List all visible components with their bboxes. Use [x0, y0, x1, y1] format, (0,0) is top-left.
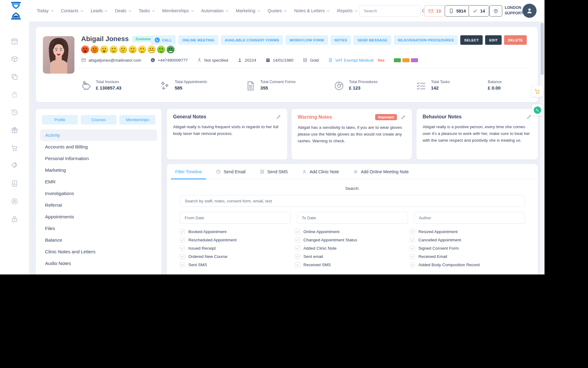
checkbox-checked-icon[interactable]: [295, 254, 300, 259]
call-button[interactable]: CALL: [151, 35, 176, 45]
satisfaction-emoji[interactable]: [110, 45, 118, 53]
panel-menu-item[interactable]: Clinic Notes and Letters: [40, 246, 157, 258]
timeline-search-input[interactable]: [180, 195, 525, 207]
tab-filter-timeline[interactable]: Filter Timeline: [175, 164, 202, 179]
tab-send-sms[interactable]: Send SMS: [260, 164, 288, 179]
panel-menu-item[interactable]: Personal Information: [40, 153, 157, 164]
panel-menu-item[interactable]: Activity: [40, 129, 157, 141]
nav-item[interactable]: Today: [37, 8, 53, 13]
filter-checkbox-item[interactable]: Added Body Composition Record: [410, 262, 525, 267]
help-button[interactable]: [489, 5, 502, 17]
checkbox-checked-icon[interactable]: [180, 237, 185, 243]
checkbox-checked-icon[interactable]: [410, 254, 415, 259]
satisfaction-emoji[interactable]: [91, 45, 99, 53]
panel-menu-item[interactable]: Audio Notes: [40, 258, 157, 269]
checkbox-checked-icon[interactable]: [180, 254, 185, 259]
filter-checkbox-item[interactable]: Online Appointment: [295, 229, 410, 234]
profile-action-button[interactable]: WORKFLOW FORM: [285, 35, 328, 45]
profile-action-button[interactable]: NOTES: [330, 35, 351, 45]
report-chart-icon[interactable]: [11, 180, 18, 187]
edit-pencil-icon[interactable]: [401, 115, 406, 120]
panel-menu-item[interactable]: Investigations: [40, 188, 157, 199]
satisfaction-emoji[interactable]: [81, 45, 89, 53]
panel-menu-item[interactable]: Referral: [40, 199, 157, 211]
user-avatar[interactable]: [522, 4, 537, 18]
nav-item[interactable]: Tasks: [139, 8, 155, 13]
checkbox-checked-icon[interactable]: [295, 262, 300, 267]
account-sync-icon[interactable]: [11, 197, 18, 205]
history-icon[interactable]: [11, 109, 18, 116]
nav-item[interactable]: Reports: [337, 8, 357, 13]
satisfaction-emoji[interactable]: [157, 45, 165, 53]
filter-checkbox-item[interactable]: Changed Appointment Status: [295, 237, 410, 243]
to-date-input[interactable]: [297, 212, 408, 224]
hourglass-logo[interactable]: [9, 2, 23, 20]
filter-checkbox-item[interactable]: Ordered New Course: [180, 254, 295, 259]
checkbox-checked-icon[interactable]: [180, 229, 185, 234]
checkbox-checked-icon[interactable]: [410, 262, 415, 267]
checkbox-checked-icon[interactable]: [295, 246, 300, 251]
lock-icon[interactable]: [11, 215, 18, 223]
from-date-input[interactable]: [180, 212, 291, 224]
label-pill[interactable]: [394, 58, 401, 62]
nav-item[interactable]: Quotes: [268, 8, 287, 13]
checkbox-checked-icon[interactable]: [180, 246, 185, 251]
satisfaction-emoji[interactable]: [100, 45, 108, 53]
edit-pencil-icon[interactable]: [526, 114, 532, 120]
profile-action-button[interactable]: SEND MESSAGE: [353, 35, 391, 45]
quick-call-button[interactable]: [532, 104, 543, 116]
filter-checkbox-item[interactable]: Resized Appointment: [410, 229, 525, 234]
filter-checkbox-item[interactable]: Cancelled Appointment: [410, 237, 525, 243]
checkbox-checked-icon[interactable]: [180, 262, 185, 267]
filter-checkbox-item[interactable]: Booked Appointment: [180, 229, 295, 234]
nav-item[interactable]: Marketing: [236, 8, 260, 13]
filter-checkbox-item[interactable]: Sent email: [295, 254, 410, 259]
filter-checkbox-item[interactable]: Received Email: [410, 254, 525, 259]
satisfaction-emoji[interactable]: [129, 45, 137, 53]
panel-menu-item[interactable]: Accounts and Billing: [40, 141, 157, 153]
satisfaction-emoji[interactable]: [119, 45, 127, 53]
search-input[interactable]: [360, 9, 421, 13]
panel-tab[interactable]: Memberships: [119, 115, 155, 125]
calendar-icon[interactable]: 12: [11, 37, 18, 45]
nav-item[interactable]: Memberships: [162, 8, 194, 13]
checkbox-checked-icon[interactable]: [410, 246, 415, 251]
vat-exempt-status[interactable]: VAT Exempt Medical:Yes: [328, 58, 385, 63]
client-email[interactable]: abigailjones@mailinator.com: [81, 58, 141, 63]
select-button[interactable]: SELECT: [460, 35, 483, 45]
panel-menu-item[interactable]: EMR: [40, 176, 157, 188]
shopping-bag-icon[interactable]: [11, 91, 18, 98]
panel-menu-item[interactable]: Files: [40, 223, 157, 234]
profile-action-button[interactable]: ONLINE MEETING: [178, 35, 218, 45]
filter-checkbox-item[interactable]: Rescheduled Appointment: [180, 237, 295, 243]
nav-item[interactable]: Deals: [115, 8, 131, 13]
nav-item[interactable]: Notes & Letters: [294, 8, 329, 13]
tab-add-clinic-note[interactable]: Add Clinic Note: [302, 164, 339, 179]
client-phone[interactable]: +447490009777: [150, 58, 188, 63]
panel-tab[interactable]: Courses: [81, 115, 117, 125]
panel-menu-item[interactable]: Marketing: [40, 164, 157, 176]
gift-icon[interactable]: [11, 126, 18, 134]
satisfaction-emoji[interactable]: [138, 45, 146, 53]
checkbox-checked-icon[interactable]: [410, 229, 415, 234]
profile-action-button[interactable]: REJUVENATION PROCEDURES: [394, 35, 458, 45]
checkbox-checked-icon[interactable]: [295, 237, 300, 243]
satisfaction-emoji[interactable]: [167, 45, 175, 53]
tasks-badge[interactable]: 14: [469, 5, 489, 17]
nav-item[interactable]: Automation: [201, 8, 228, 13]
author-input[interactable]: [414, 212, 525, 224]
panel-menu-item[interactable]: Appointments: [40, 211, 157, 223]
checkbox-checked-icon[interactable]: [410, 237, 415, 243]
label-pill[interactable]: [411, 58, 418, 62]
profile-action-button[interactable]: AVAILABLE CONSENT FORMS: [221, 35, 283, 45]
panel-tab[interactable]: Profile: [42, 115, 78, 125]
cart-icon[interactable]: [11, 144, 18, 152]
satisfaction-emoji[interactable]: [148, 45, 156, 53]
tab-add-online-meeting-note[interactable]: Add Online Meeting Note: [353, 164, 409, 179]
tab-send-email[interactable]: Send Email: [216, 164, 246, 179]
delete-button[interactable]: DELETE: [504, 35, 527, 45]
messages-badge[interactable]: 13: [424, 5, 445, 17]
quick-cart-button[interactable]: [532, 86, 543, 97]
filter-checkbox-item[interactable]: Received SMS: [295, 262, 410, 267]
scrollbar-thumb[interactable]: [541, 23, 544, 75]
